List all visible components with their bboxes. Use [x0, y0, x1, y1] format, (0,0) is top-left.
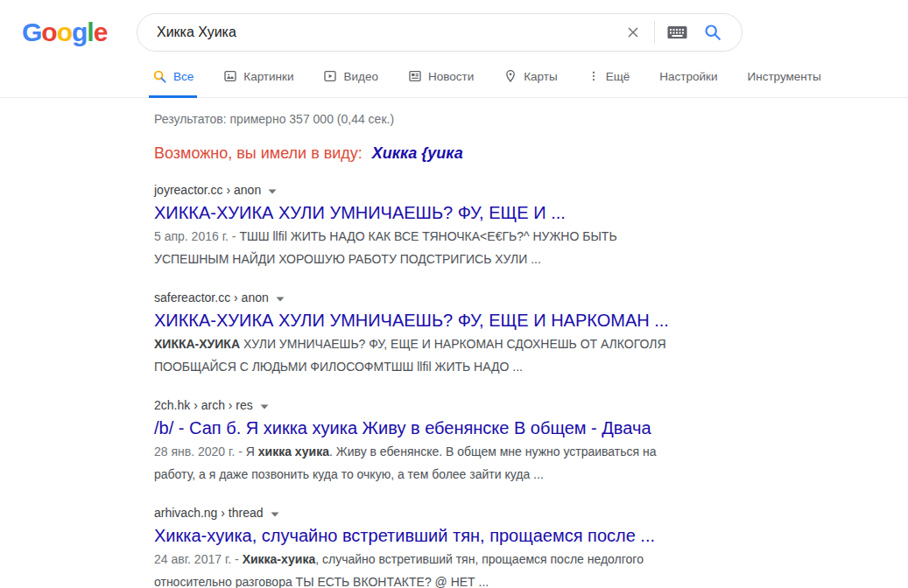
news-icon — [408, 69, 422, 83]
snippet-date-text: 24 авг. 2017 г. - — [154, 552, 243, 566]
tab-label: Видео — [343, 70, 377, 83]
maps-icon — [503, 69, 517, 83]
result-title-link[interactable]: ХИККА-ХУИКА ХУЛИ УМНИЧАЕШЬ? ФУ, ЕЩЕ И НА… — [154, 309, 683, 332]
suggestion-label: Возможно, вы имели в виду: — [154, 144, 362, 162]
result-title-link[interactable]: Хикка-хуика, случайно встретивший тян, п… — [154, 524, 683, 547]
result-breadcrumb[interactable]: joyreactor.cc › anon — [154, 182, 261, 199]
search-box[interactable] — [137, 13, 743, 52]
tab-videos[interactable]: Видео — [320, 57, 381, 98]
tab-settings[interactable]: Настройки — [656, 57, 721, 98]
logo-letter: e — [94, 18, 108, 46]
tab-label: Карты — [524, 70, 557, 83]
snippet-bold-text: ХИККА-ХУИКА — [154, 337, 240, 351]
search-result: joyreactor.cc › anonХИККА-ХУИКА ХУЛИ УМН… — [154, 182, 683, 270]
snippet-normal-text: Я — [246, 444, 258, 458]
tab-label: Новости — [428, 70, 474, 83]
google-logo[interactable]: Google — [22, 18, 99, 47]
search-header: Google — [0, 0, 908, 54]
result-snippet: 28 янв. 2020 г. - Я хикка хуика. Живу в … — [154, 440, 683, 486]
result-breadcrumb[interactable]: safereactor.cc › anon — [154, 290, 269, 306]
images-icon — [223, 69, 237, 83]
search-result: safereactor.cc › anonХИККА-ХУИКА ХУЛИ УМ… — [154, 290, 683, 378]
result-type-tabbar: ВсеКартинкиВидеоНовостиКартыЕщёНастройки… — [0, 57, 908, 98]
result-snippet: 5 апр. 2016 г. - ТШШ llfil ЖИТЬ НАДО КАК… — [154, 225, 683, 270]
result-snippet: 24 авг. 2017 г. - Хикка-хуика, случайно … — [154, 548, 683, 588]
result-breadcrumb[interactable]: arhivach.ng › thread — [154, 505, 264, 522]
result-breadcrumb-row: joyreactor.cc › anon — [154, 182, 683, 199]
logo-letter: l — [87, 18, 93, 46]
result-options-dropdown-icon[interactable] — [276, 295, 285, 302]
clear-icon[interactable] — [619, 24, 647, 41]
logo-letter: o — [57, 18, 72, 46]
result-title-link[interactable]: /b/ - Сап б. Я хикка хуика Живу в ебенян… — [154, 416, 683, 439]
result-breadcrumb[interactable]: 2ch.hk › arch › res — [154, 397, 253, 414]
search-button[interactable] — [693, 23, 728, 42]
snippet-bold-text: Хикка-хуика — [243, 552, 316, 566]
logo-letter: g — [72, 18, 87, 46]
more-icon — [588, 69, 600, 83]
logo-letter: G — [22, 18, 41, 46]
search-results: joyreactor.cc › anonХИККА-ХУИКА ХУЛИ УМН… — [154, 182, 683, 588]
result-snippet: ХИККА-ХУИКА ХУЛИ УМНИЧАЕШЬ? ФУ, ЕЩЕ И НА… — [154, 332, 683, 378]
searchbox-divider — [654, 21, 655, 44]
tab-label: Ещё — [606, 70, 630, 83]
search-input[interactable] — [155, 24, 619, 41]
tab-news[interactable]: Новости — [405, 57, 477, 98]
snippet-date-text: 28 янв. 2020 г. - — [154, 444, 246, 458]
suggestion-link[interactable]: Хикка {уика — [372, 144, 463, 162]
spelling-suggestion: Возможно, вы имели в виду: Хикка {уика — [154, 143, 683, 164]
logo-letter: o — [41, 18, 56, 46]
result-options-dropdown-icon[interactable] — [268, 187, 277, 194]
tab-label: Картинки — [243, 70, 293, 83]
tab-all[interactable]: Все — [149, 57, 197, 98]
snippet-bold-text: хикка хуика — [258, 444, 329, 458]
results-column: Результатов: примерно 357 000 (0,44 сек.… — [154, 110, 683, 588]
tab-label: Настройки — [659, 70, 717, 83]
search-colored-icon — [152, 69, 167, 84]
search-result: arhivach.ng › threadХикка-хуика, случайн… — [154, 505, 683, 588]
result-title-link[interactable]: ХИККА-ХУИКА ХУЛИ УМНИЧАЕШЬ? ФУ, ЕЩЕ И ..… — [154, 201, 683, 224]
result-options-dropdown-icon[interactable] — [260, 402, 269, 410]
snippet-date-text: 5 апр. 2016 г. - — [154, 229, 239, 243]
result-breadcrumb-row: 2ch.hk › arch › res — [154, 397, 683, 414]
result-breadcrumb-row: arhivach.ng › thread — [154, 505, 683, 522]
result-options-dropdown-icon[interactable] — [271, 510, 279, 517]
result-stats: Результатов: примерно 357 000 (0,44 сек.… — [154, 110, 683, 128]
search-result: 2ch.hk › arch › res/b/ - Сап б. Я хикка … — [154, 397, 683, 486]
tab-label: Все — [173, 70, 194, 83]
keyboard-icon[interactable] — [662, 25, 693, 39]
tab-maps[interactable]: Карты — [500, 57, 560, 98]
tab-label: Инструменты — [748, 70, 821, 83]
tab-images[interactable]: Картинки — [220, 57, 297, 98]
tab-more[interactable]: Ещё — [584, 57, 634, 98]
tab-tools[interactable]: Инструменты — [744, 57, 825, 98]
result-breadcrumb-row: safereactor.cc › anon — [154, 290, 683, 306]
videos-icon — [323, 69, 337, 83]
